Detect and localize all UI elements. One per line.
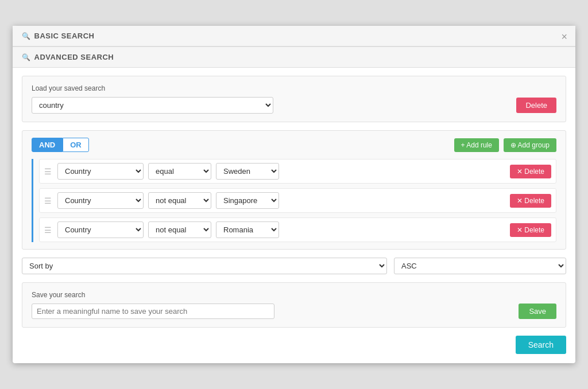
- search-button[interactable]: Search: [516, 336, 566, 354]
- saved-search-row: country Delete: [32, 97, 556, 114]
- rule-row: ☰ Country equal not equal Sweden Singapo…: [39, 188, 556, 213]
- saved-search-label: Load your saved search: [32, 84, 556, 92]
- saved-search-select[interactable]: country: [32, 97, 273, 114]
- order-select[interactable]: ASC DESC: [394, 258, 566, 274]
- sort-row: Sort by ASC DESC: [22, 258, 566, 274]
- drag-handle-icon: ☰: [44, 225, 52, 235]
- save-button[interactable]: Save: [519, 304, 556, 319]
- drag-handle-icon: ☰: [44, 167, 52, 176]
- rule-row: ☰ Country equal not equal Sweden Singapo…: [39, 159, 556, 184]
- save-row: Save: [32, 304, 556, 319]
- saved-search-section: Load your saved search country Delete: [22, 76, 566, 122]
- drag-handle-icon: ☰: [44, 196, 52, 205]
- advanced-search-title: ADVANCED SEARCH: [34, 53, 114, 61]
- rule-value-select-1[interactable]: Sweden Singapore Romania: [216, 163, 279, 180]
- delete-rule-button-3[interactable]: ✕ Delete: [510, 223, 551, 237]
- add-rule-button[interactable]: + Add rule: [454, 138, 499, 152]
- basic-search-icon: 🔍: [22, 32, 31, 40]
- rule-value-select-3[interactable]: Sweden Singapore Romania: [216, 221, 279, 238]
- rule-field-select-2[interactable]: Country: [57, 192, 144, 209]
- save-search-section: Save your search Save: [22, 282, 566, 328]
- rules-section: AND OR + Add rule ⊕ Add group ☰ Country …: [22, 130, 566, 250]
- delete-saved-search-button[interactable]: Delete: [516, 98, 556, 113]
- rule-value-select-2[interactable]: Sweden Singapore Romania: [216, 192, 279, 209]
- close-button[interactable]: ×: [561, 32, 567, 42]
- rule-operator-select-3[interactable]: equal not equal: [148, 221, 211, 238]
- or-button[interactable]: OR: [63, 138, 89, 152]
- rule-operator-select-2[interactable]: equal not equal: [148, 192, 211, 209]
- save-search-input[interactable]: [32, 304, 274, 319]
- advanced-search-header: 🔍 ADVANCED SEARCH: [13, 46, 575, 68]
- rule-field-select-1[interactable]: Country: [57, 163, 144, 180]
- modal: × 🔍 BASIC SEARCH 🔍 ADVANCED SEARCH Load …: [13, 26, 575, 363]
- basic-search-header: 🔍 BASIC SEARCH: [13, 26, 575, 46]
- footer-row: Search: [22, 336, 566, 354]
- delete-rule-button-2[interactable]: ✕ Delete: [510, 194, 551, 208]
- add-buttons: + Add rule ⊕ Add group: [454, 138, 556, 152]
- and-or-group: AND OR: [32, 138, 89, 152]
- delete-rule-button-1[interactable]: ✕ Delete: [510, 165, 551, 178]
- sort-by-select[interactable]: Sort by: [22, 258, 387, 274]
- rules-container: ☰ Country equal not equal Sweden Singapo…: [32, 159, 556, 242]
- add-group-button[interactable]: ⊕ Add group: [504, 138, 556, 152]
- rules-toolbar: AND OR + Add rule ⊕ Add group: [32, 138, 556, 152]
- advanced-search-icon: 🔍: [22, 53, 31, 61]
- rule-operator-select-1[interactable]: equal not equal: [148, 163, 211, 180]
- save-search-label: Save your search: [32, 291, 556, 299]
- rule-field-select-3[interactable]: Country: [57, 221, 144, 238]
- and-button[interactable]: AND: [32, 138, 63, 152]
- rule-row: ☰ Country equal not equal Sweden Singapo…: [39, 217, 556, 242]
- basic-search-title: BASIC SEARCH: [34, 32, 95, 40]
